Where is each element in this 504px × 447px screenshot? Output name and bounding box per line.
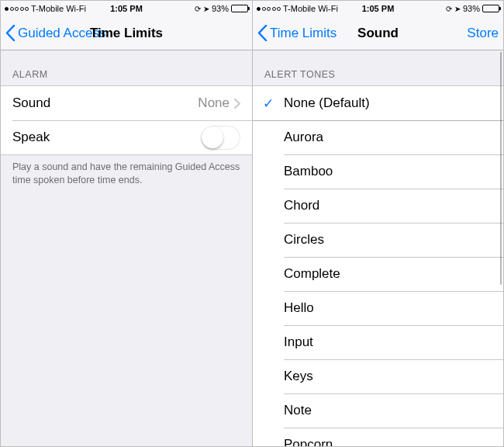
tone-cell[interactable]: Note (253, 393, 503, 428)
location-icon: ➤ (454, 5, 461, 13)
tone-label: Hello (284, 300, 492, 316)
battery-icon (482, 5, 499, 12)
alarm-group: Sound None Speak (1, 85, 252, 155)
battery-icon (231, 5, 248, 12)
tone-label: Aurora (284, 130, 492, 145)
sound-cell[interactable]: Sound None (1, 86, 252, 120)
tone-label: Complete (284, 266, 492, 282)
tone-label: Chord (284, 198, 492, 213)
back-label: Time Limits (270, 26, 337, 41)
speak-label: Speak (12, 130, 50, 145)
speak-toggle[interactable] (201, 126, 240, 150)
tone-label: Bamboo (284, 164, 492, 179)
pane-time-limits: T-Mobile Wi-Fi 1:05 PM ⟳ ➤ 93% Guided Ac… (1, 1, 252, 446)
alert-tones-group: ✓None (Default)AuroraBambooChordCirclesC… (253, 85, 503, 446)
nav-bar: Time Limits Sound Store (253, 16, 503, 50)
back-button[interactable]: Time Limits (257, 25, 337, 41)
section-header-alarm: ALARM (1, 50, 252, 85)
section-footer: Play a sound and have the remaining Guid… (1, 155, 252, 192)
carrier-label: T-Mobile Wi-Fi (283, 4, 338, 13)
status-time: 1:05 PM (362, 4, 395, 13)
status-bar: T-Mobile Wi-Fi 1:05 PM ⟳ ➤ 93% (1, 1, 252, 16)
signal-dots-icon (5, 7, 29, 11)
tone-cell[interactable]: Hello (253, 291, 503, 325)
chevron-left-icon (5, 25, 16, 41)
tone-label: Input (284, 334, 492, 350)
tone-label: Circles (284, 232, 492, 248)
section-header-tones: ALERT TONES (253, 50, 503, 85)
store-button[interactable]: Store (467, 26, 499, 41)
tone-cell[interactable]: Popcorn (253, 428, 503, 446)
tone-label: Popcorn (284, 437, 492, 446)
tone-cell[interactable]: Complete (253, 257, 503, 291)
pane-sound: T-Mobile Wi-Fi 1:05 PM ⟳ ➤ 93% Time Limi… (252, 1, 503, 446)
battery-pct: 93% (463, 4, 480, 13)
tone-label: None (Default) (284, 95, 492, 111)
chevron-right-icon (234, 99, 240, 109)
back-button[interactable]: Guided Access (5, 25, 105, 41)
tone-label: Note (284, 403, 492, 418)
location-icon: ➤ (203, 5, 209, 13)
sound-label: Sound (12, 95, 50, 111)
tone-cell[interactable]: ✓None (Default) (253, 86, 503, 120)
rotation-lock-icon: ⟳ (195, 5, 201, 13)
chevron-left-icon (257, 25, 268, 41)
nav-bar: Guided Access Time Limits (1, 16, 252, 50)
back-label: Guided Access (18, 26, 105, 41)
rotation-lock-icon: ⟳ (446, 5, 452, 13)
tone-cell[interactable]: Chord (253, 189, 503, 223)
tone-cell[interactable]: Bamboo (253, 154, 503, 189)
battery-pct: 93% (212, 4, 229, 13)
sound-value: None (198, 95, 230, 111)
tone-cell[interactable]: Circles (253, 223, 503, 257)
tone-cell[interactable]: Aurora (253, 120, 503, 154)
status-bar: T-Mobile Wi-Fi 1:05 PM ⟳ ➤ 93% (253, 1, 503, 16)
signal-dots-icon (257, 7, 281, 11)
tone-cell[interactable]: Keys (253, 359, 503, 393)
checkmark-icon: ✓ (253, 95, 284, 112)
carrier-label: T-Mobile Wi-Fi (31, 4, 86, 13)
tone-label: Keys (284, 369, 492, 384)
speak-cell: Speak (1, 120, 252, 154)
tone-cell[interactable]: Input (253, 325, 503, 359)
status-time: 1:05 PM (110, 4, 143, 13)
scroll-indicator (500, 52, 502, 285)
